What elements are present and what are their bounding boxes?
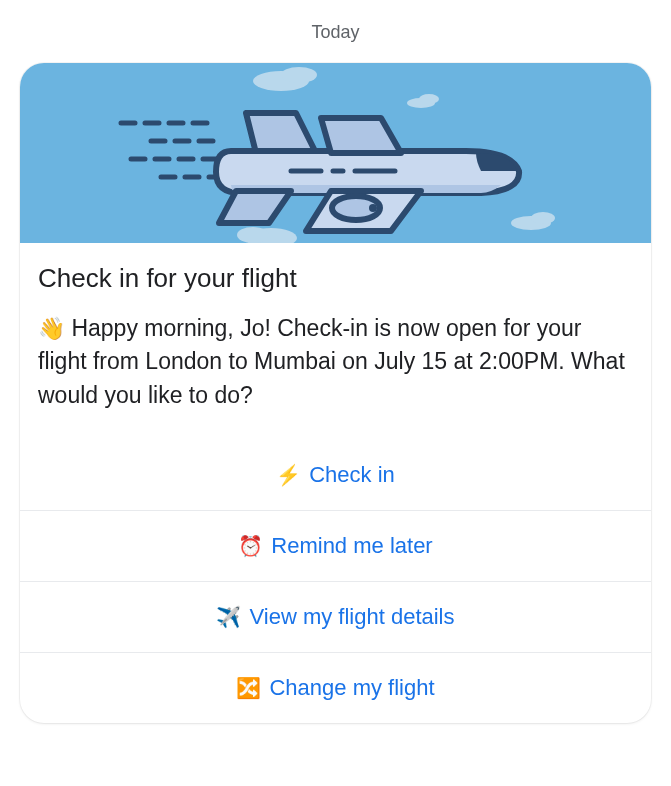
hero-image xyxy=(20,63,651,243)
date-header: Today xyxy=(20,10,651,63)
airplane-illustration xyxy=(20,63,651,243)
action-label: Check in xyxy=(309,462,395,488)
message-text: Happy morning, Jo! Check-in is now open … xyxy=(38,315,625,408)
remind-later-button[interactable]: ⏰ Remind me later xyxy=(20,510,651,581)
airplane-icon: ✈️ xyxy=(216,607,241,627)
change-flight-button[interactable]: 🔀 Change my flight xyxy=(20,652,651,723)
card-title: Check in for your flight xyxy=(38,263,633,294)
alarm-clock-icon: ⏰ xyxy=(238,536,263,556)
action-label: Change my flight xyxy=(269,675,434,701)
svg-point-3 xyxy=(419,94,439,104)
notification-card: Check in for your flight 👋 Happy morning… xyxy=(20,63,651,723)
shuffle-icon: 🔀 xyxy=(236,678,261,698)
wave-emoji: 👋 xyxy=(38,316,65,341)
svg-point-14 xyxy=(369,204,377,212)
action-label: Remind me later xyxy=(271,533,432,559)
action-label: View my flight details xyxy=(249,604,454,630)
action-list: ⚡ Check in ⏰ Remind me later ✈️ View my … xyxy=(20,440,651,723)
card-message: 👋 Happy morning, Jo! Check-in is now ope… xyxy=(38,312,633,412)
svg-point-1 xyxy=(281,67,317,83)
svg-point-5 xyxy=(237,227,269,243)
card-content: Check in for your flight 👋 Happy morning… xyxy=(20,243,651,412)
view-details-button[interactable]: ✈️ View my flight details xyxy=(20,581,651,652)
lightning-icon: ⚡ xyxy=(276,465,301,485)
svg-point-7 xyxy=(531,212,555,224)
check-in-button[interactable]: ⚡ Check in xyxy=(20,440,651,510)
